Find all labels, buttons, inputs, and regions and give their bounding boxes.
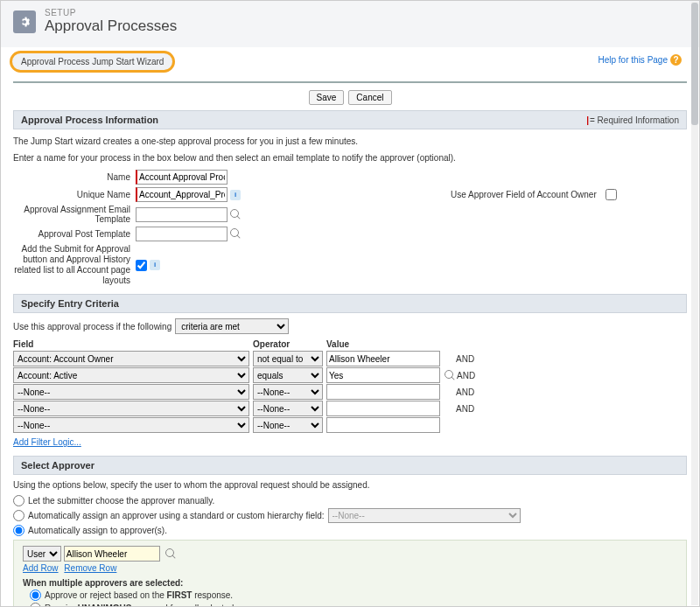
radio-unanimous[interactable] (30, 603, 41, 607)
approver-assignment-box: User Add Row Remove Row When multiple ap… (13, 540, 687, 607)
hierarchy-select[interactable]: --None-- (328, 508, 521, 523)
criteria-row: --None-- --None-- (13, 417, 687, 433)
label-unique-name: Unique Name (13, 190, 136, 199)
save-button-top[interactable]: Save (309, 90, 345, 105)
intro-text-2: Enter a name for your process in the box… (13, 153, 687, 163)
criteria-row: Account: Account Owner not equal to AND (13, 351, 687, 366)
help-link[interactable]: Help for this Page? (598, 54, 682, 66)
operator-select[interactable]: not equal to (253, 351, 323, 366)
add-row-link[interactable]: Add Row (23, 563, 59, 573)
wizard-breadcrumb: Approval Process Jump Start Wizard (10, 51, 175, 73)
value-input[interactable] (326, 401, 440, 416)
criteria-row: --None-- --None-- AND (13, 384, 687, 400)
add-filter-logic-link[interactable]: Add Filter Logic... (13, 437, 81, 447)
email-template-input[interactable] (136, 207, 228, 222)
approver-intro: Using the options below, specify the use… (13, 480, 687, 490)
criteria-row: --None-- --None-- AND (13, 401, 687, 416)
field-select[interactable]: Account: Account Owner (13, 351, 249, 366)
radio-first-response[interactable] (30, 590, 41, 601)
radio-auto[interactable] (13, 525, 24, 536)
name-input[interactable] (136, 170, 228, 185)
value-input[interactable] (326, 417, 440, 433)
assign-type-select[interactable]: User (23, 546, 61, 562)
lookup-icon[interactable] (444, 369, 457, 382)
section-approval-info: Approval Process Information |= Required… (13, 110, 687, 129)
lookup-icon[interactable] (229, 227, 242, 241)
operator-select[interactable]: --None-- (253, 417, 323, 433)
section-select-approver: Select Approver (13, 456, 687, 475)
cancel-button-top[interactable]: Cancel (348, 90, 391, 105)
value-input[interactable] (326, 367, 440, 383)
info-icon[interactable]: i (150, 260, 160, 270)
radio-hierarchy[interactable] (13, 510, 24, 521)
criteria-table: Field Operator Value Account: Account Ow… (13, 339, 687, 433)
section-entry-criteria: Specify Entry Criteria (13, 294, 687, 313)
label-layout: Add the Submit for Approval button and A… (13, 244, 136, 286)
page-header: SETUP Approval Processes (1, 1, 699, 47)
operator-select[interactable]: --None-- (253, 401, 323, 416)
scrollbar[interactable] (691, 2, 698, 605)
criteria-row: Account: Active equals AND (13, 367, 687, 383)
lookup-icon[interactable] (164, 548, 178, 561)
operator-select[interactable]: --None-- (253, 384, 323, 400)
radio-manual[interactable] (13, 495, 24, 506)
remove-row-link[interactable]: Remove Row (64, 563, 116, 573)
criteria-intro: Use this approval process if the followi… (13, 322, 172, 331)
value-input[interactable] (326, 384, 440, 400)
divider (13, 81, 687, 83)
intro-text-1: The Jump Start wizard creates a one-step… (13, 136, 687, 146)
field-select[interactable]: --None-- (13, 384, 249, 400)
help-icon: ? (670, 54, 682, 66)
field-select[interactable]: --None-- (13, 417, 249, 433)
post-template-input[interactable] (136, 227, 228, 241)
label-name: Name (13, 172, 136, 182)
gear-icon (13, 10, 36, 33)
field-select[interactable]: Account: Active (13, 367, 249, 383)
field-select[interactable]: --None-- (13, 401, 249, 416)
lookup-icon[interactable] (229, 208, 242, 221)
criteria-mode-select[interactable]: criteria are met (175, 318, 289, 334)
value-input[interactable] (326, 351, 440, 366)
unique-name-input[interactable] (136, 187, 228, 202)
info-icon[interactable]: i (230, 190, 241, 200)
setup-label: SETUP (45, 8, 177, 17)
assign-user-input[interactable] (64, 546, 160, 562)
label-post-template: Approval Post Template (13, 229, 136, 239)
multi-approver-label: When multiple approvers are selected: (23, 578, 677, 588)
operator-select[interactable]: equals (253, 367, 323, 383)
owner-field-checkbox[interactable] (606, 189, 617, 200)
layout-checkbox[interactable] (136, 260, 147, 271)
page-title: Approval Processes (45, 17, 177, 35)
label-owner-field: Use Approver Field of Account Owner (451, 190, 597, 199)
label-email-template: Approval Assignment Email Template (13, 205, 136, 224)
